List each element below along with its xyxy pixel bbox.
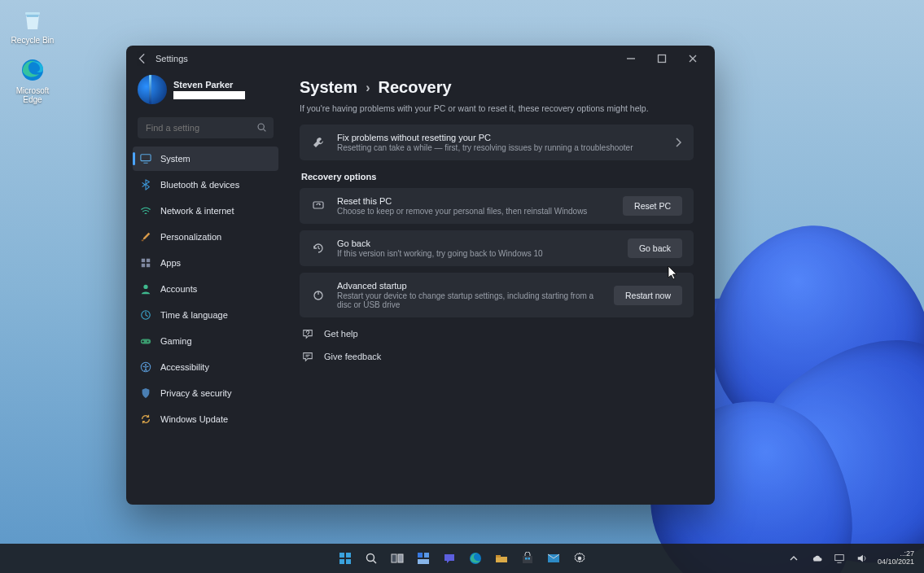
chat-icon[interactable]	[442, 551, 457, 566]
breadcrumb-leaf: Recovery	[378, 78, 451, 97]
task-view-icon[interactable]	[390, 551, 405, 566]
shield-icon	[139, 387, 152, 400]
taskbar-search-icon[interactable]	[364, 551, 379, 566]
svg-rect-21	[339, 553, 344, 558]
settings-window: Settings Steven Parker	[126, 46, 715, 505]
search-input[interactable]	[138, 117, 274, 138]
nav-label: Bluetooth & devices	[160, 180, 239, 190]
maximize-button[interactable]	[646, 47, 677, 70]
svg-point-18	[145, 364, 147, 365]
card-desc: Restart your device to change startup se…	[337, 291, 602, 309]
svg-rect-36	[528, 558, 530, 560]
nav-list: System Bluetooth & devices Network & int…	[126, 147, 285, 431]
nav-network[interactable]: Network & internet	[133, 199, 278, 223]
tray-chevron-icon[interactable]	[786, 551, 801, 566]
svg-rect-35	[525, 558, 528, 560]
svg-line-26	[373, 561, 376, 564]
main-content: System › Recovery If you're having probl…	[285, 72, 715, 505]
svg-rect-27	[392, 554, 396, 562]
user-email-redacted	[173, 91, 245, 99]
store-icon[interactable]	[520, 551, 535, 566]
sidebar: Steven Parker System Bluetooth & devices	[126, 72, 285, 505]
desktop-icon-recycle-bin[interactable]: Recycle Bin	[8, 5, 57, 45]
search-icon	[256, 122, 267, 133]
tray-onedrive-icon[interactable]	[809, 551, 824, 566]
card-desc: Choose to keep or remove your personal f…	[337, 207, 611, 216]
svg-rect-34	[523, 556, 532, 563]
edge-icon	[18, 55, 47, 85]
nav-label: Apps	[160, 258, 181, 268]
taskbar: ..:27 04/10/2021	[0, 544, 924, 573]
nav-system[interactable]: System	[133, 147, 278, 171]
taskbar-settings-icon[interactable]	[572, 551, 587, 566]
avatar	[138, 75, 167, 104]
close-button[interactable]	[677, 47, 708, 70]
svg-rect-10	[147, 259, 150, 262]
svg-rect-19	[313, 202, 323, 208]
clock-date: 04/10/2021	[878, 558, 914, 566]
apps-icon	[139, 256, 152, 269]
svg-rect-23	[339, 559, 344, 564]
desktop-icon-label: Recycle Bin	[8, 36, 57, 45]
person-icon	[139, 282, 152, 295]
nav-windows-update[interactable]: Windows Update	[133, 407, 278, 431]
nav-label: Gaming	[160, 336, 192, 346]
restart-now-button[interactable]: Restart now	[614, 286, 682, 305]
minimize-button[interactable]	[615, 47, 646, 70]
update-icon	[139, 413, 152, 426]
nav-label: Accessibility	[160, 362, 209, 372]
card-title: Advanced startup	[337, 281, 602, 291]
give-feedback-link[interactable]: Give feedback	[300, 348, 694, 365]
power-gear-icon	[311, 288, 326, 303]
widgets-icon[interactable]	[416, 551, 431, 566]
svg-rect-9	[142, 259, 145, 262]
nav-label: Personalization	[160, 232, 221, 242]
nav-apps[interactable]: Apps	[133, 251, 278, 275]
svg-rect-29	[418, 553, 423, 558]
system-icon	[139, 152, 152, 165]
nav-label: Windows Update	[160, 414, 228, 424]
nav-accessibility[interactable]: Accessibility	[133, 355, 278, 379]
card-title: Fix problems without resetting your PC	[337, 133, 663, 142]
bluetooth-icon	[139, 178, 152, 191]
nav-gaming[interactable]: Gaming	[133, 329, 278, 353]
help-icon	[301, 327, 314, 340]
nav-label: Network & internet	[160, 206, 234, 216]
wifi-icon	[139, 204, 152, 217]
go-back-button[interactable]: Go back	[628, 238, 682, 258]
svg-rect-39	[835, 555, 844, 561]
chevron-right-icon: ›	[366, 81, 370, 95]
desktop-icon-edge[interactable]: Microsoft Edge	[8, 55, 57, 104]
reset-icon	[311, 199, 326, 213]
taskbar-clock[interactable]: ..:27 04/10/2021	[878, 550, 914, 566]
nav-time-language[interactable]: Time & language	[133, 303, 278, 327]
get-help-link[interactable]: Get help	[300, 326, 694, 342]
taskbar-edge-icon[interactable]	[468, 551, 483, 566]
titlebar: Settings	[126, 46, 715, 72]
feedback-icon	[301, 350, 314, 363]
file-explorer-icon[interactable]	[494, 551, 509, 566]
svg-point-25	[366, 554, 374, 562]
accessibility-icon	[139, 361, 152, 374]
reset-pc-button[interactable]: Reset PC	[623, 196, 682, 216]
back-button[interactable]	[133, 49, 152, 68]
tray-volume-icon[interactable]	[855, 551, 869, 566]
card-go-back: Go back If this version isn't working, t…	[300, 230, 694, 266]
svg-rect-6	[141, 155, 151, 161]
nav-privacy[interactable]: Privacy & security	[133, 381, 278, 405]
card-desc: Resetting can take a while — first, try …	[337, 143, 663, 152]
svg-rect-11	[142, 264, 145, 267]
breadcrumb-root[interactable]: System	[300, 78, 357, 97]
recycle-bin-icon	[18, 5, 47, 34]
nav-bluetooth[interactable]: Bluetooth & devices	[133, 173, 278, 197]
mail-icon[interactable]	[546, 551, 561, 566]
nav-accounts[interactable]: Accounts	[133, 277, 278, 301]
nav-personalization[interactable]: Personalization	[133, 225, 278, 249]
tray-network-icon[interactable]	[832, 551, 847, 566]
svg-rect-0	[25, 12, 40, 15]
link-label: Give feedback	[324, 352, 381, 361]
start-button[interactable]	[338, 551, 353, 566]
card-fix-problems[interactable]: Fix problems without resetting your PC R…	[300, 125, 694, 160]
profile-block[interactable]: Steven Parker	[126, 75, 285, 112]
search-box[interactable]	[138, 117, 274, 138]
